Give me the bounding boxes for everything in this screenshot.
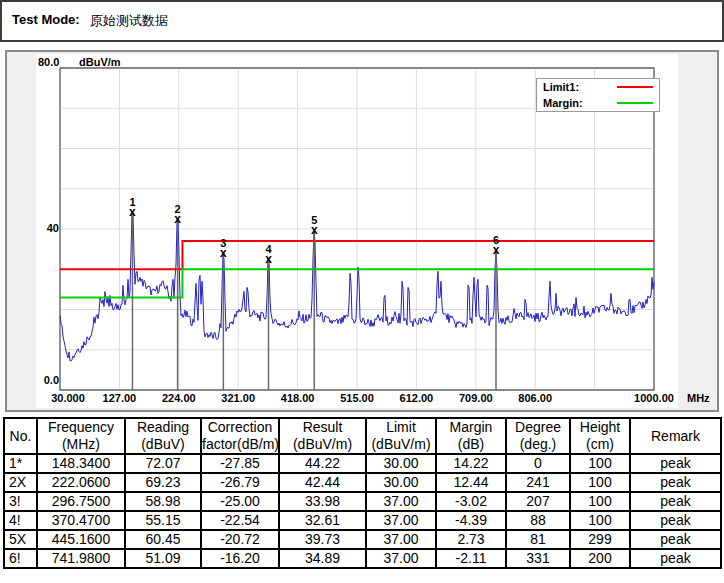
x-tick-label: 709.00: [459, 392, 493, 404]
column-header: Degree (deg.): [506, 418, 570, 454]
data-cell: 81: [506, 530, 570, 549]
data-cell: 42.44: [279, 473, 366, 492]
column-header: Margin (dB): [436, 418, 506, 454]
data-cell: peak: [630, 473, 721, 492]
data-cell: 148.3400: [37, 454, 125, 473]
test-mode-label: Test Mode:: [12, 12, 80, 27]
data-cell: 100: [570, 492, 630, 511]
data-cell: peak: [630, 530, 721, 549]
data-cell: 58.98: [125, 492, 201, 511]
data-cell: 2.73: [436, 530, 506, 549]
table-row: 2X222.060069.23-26.7942.4430.0012.442411…: [4, 473, 721, 492]
data-cell: 37.00: [366, 530, 436, 549]
x-tick-label: 224.00: [162, 392, 196, 404]
table-row: 3!296.750058.98-25.0033.9837.00-3.022071…: [4, 492, 721, 511]
data-cell: -26.79: [201, 473, 279, 492]
row-number-cell: 1*: [4, 454, 37, 473]
x-tick-label: 30.000: [51, 392, 85, 404]
row-number-cell: 6!: [4, 549, 37, 568]
test-mode-value: 原始测试数据: [90, 12, 168, 30]
data-cell: 222.0600: [37, 473, 125, 492]
table-row: 6!741.980051.09-16.2034.8937.00-2.113312…: [4, 549, 721, 568]
data-cell: 445.1600: [37, 530, 125, 549]
column-header: Correction factor(dB/m): [201, 418, 279, 454]
data-cell: peak: [630, 549, 721, 568]
marker-number-label: 4: [265, 243, 272, 255]
x-tick-label: 321.00: [221, 392, 255, 404]
data-cell: 39.73: [279, 530, 366, 549]
column-header: Frequency (MHz): [37, 418, 125, 454]
x-tick-label: 515.00: [340, 392, 374, 404]
legend-margin-label: Margin:: [543, 97, 617, 109]
row-number-cell: 3!: [4, 492, 37, 511]
y-axis-max-label: 80.0: [38, 56, 59, 68]
data-cell: 33.98: [279, 492, 366, 511]
column-header: No.: [4, 418, 37, 454]
data-cell: peak: [630, 492, 721, 511]
data-cell: -27.85: [201, 454, 279, 473]
data-cell: 72.07: [125, 454, 201, 473]
data-cell: 207: [506, 492, 570, 511]
data-cell: 55.15: [125, 511, 201, 530]
column-header: Height (cm): [570, 418, 630, 454]
legend-limit-row: Limit1:: [537, 79, 659, 95]
marker-number-label: 6: [493, 234, 499, 246]
data-cell: 12.44: [436, 473, 506, 492]
x-tick-label: 806.00: [518, 392, 552, 404]
row-number-cell: 5X: [4, 530, 37, 549]
x-tick-label: 418.00: [281, 392, 315, 404]
data-cell: 88: [506, 511, 570, 530]
data-cell: -20.72: [201, 530, 279, 549]
test-mode-header: Test Mode: 原始测试数据: [0, 0, 724, 42]
data-cell: 30.00: [366, 473, 436, 492]
row-number-cell: 4!: [4, 511, 37, 530]
spectrum-chart-panel: x1x2x3x4x5x630.000127.00224.00321.00418.…: [5, 50, 719, 412]
table-row: 1*148.340072.07-27.8544.2230.0014.220100…: [4, 454, 721, 473]
data-cell: -3.02: [436, 492, 506, 511]
data-cell: 69.23: [125, 473, 201, 492]
x-tick-label: 1000.00: [634, 392, 674, 404]
data-cell: -22.54: [201, 511, 279, 530]
data-cell: 44.22: [279, 454, 366, 473]
column-header: Reading (dBuV): [125, 418, 201, 454]
data-cell: 37.00: [366, 549, 436, 568]
marker-number-label: 3: [220, 237, 226, 249]
data-cell: 241: [506, 473, 570, 492]
data-cell: 370.4700: [37, 511, 125, 530]
table-row: 5X445.160060.45-20.7239.7337.002.7381299…: [4, 530, 721, 549]
data-cell: 30.00: [366, 454, 436, 473]
margin-line-swatch: [617, 102, 653, 104]
x-tick-label: 127.00: [103, 392, 137, 404]
data-cell: 37.00: [366, 511, 436, 530]
data-cell: 741.9800: [37, 549, 125, 568]
column-header: Remark: [630, 418, 721, 454]
marker-number-label: 5: [311, 214, 317, 226]
x-axis-unit-label: MHz: [687, 392, 710, 404]
data-cell: 100: [570, 511, 630, 530]
legend-limit-label: Limit1:: [543, 81, 617, 93]
data-cell: 51.09: [125, 549, 201, 568]
y-axis-mid-label: 40: [31, 222, 59, 234]
data-cell: 296.7500: [37, 492, 125, 511]
data-cell: 100: [570, 473, 630, 492]
data-cell: 100: [570, 454, 630, 473]
limit-line-swatch: [617, 86, 653, 88]
marker-number-label: 1: [129, 196, 135, 208]
column-header: Result (dBuV/m): [279, 418, 366, 454]
results-table: No.Frequency (MHz)Reading (dBuV)Correcti…: [3, 417, 722, 569]
y-axis-unit-label: dBuV/m: [79, 56, 121, 68]
data-cell: -2.11: [436, 549, 506, 568]
emc-test-report-page: Test Mode: 原始测试数据 x1x2x3x4x5x630.000127.…: [0, 0, 724, 583]
data-cell: 299: [570, 530, 630, 549]
column-header: Limit (dBuV/m): [366, 418, 436, 454]
data-cell: 14.22: [436, 454, 506, 473]
data-cell: peak: [630, 511, 721, 530]
table-header-row: No.Frequency (MHz)Reading (dBuV)Correcti…: [4, 418, 721, 454]
x-tick-label: 612.00: [400, 392, 434, 404]
chart-legend: Limit1: Margin:: [536, 78, 660, 112]
data-cell: -25.00: [201, 492, 279, 511]
data-cell: 34.89: [279, 549, 366, 568]
data-cell: 32.61: [279, 511, 366, 530]
data-cell: 37.00: [366, 492, 436, 511]
legend-margin-row: Margin:: [537, 95, 659, 111]
